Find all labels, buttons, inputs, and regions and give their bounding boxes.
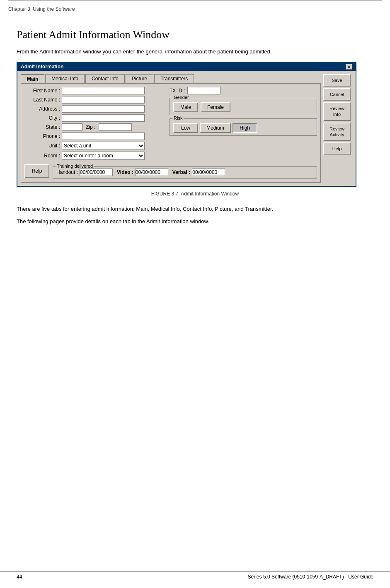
last-name-row: Last Name : <box>24 96 165 104</box>
room-label: Room : <box>24 153 62 159</box>
form-left: First Name : Last Name : Address : <box>24 87 165 161</box>
tab-medical-info[interactable]: Medical Info <box>45 74 85 83</box>
verbal-label: Verbal : <box>172 169 190 175</box>
bottom-row: Help Training delivered Handout : Vi <box>24 164 317 179</box>
form-grid: First Name : Last Name : Address : <box>24 87 317 161</box>
tab-content-main: First Name : Last Name : Address : <box>21 83 321 183</box>
state-label: State : <box>24 124 62 130</box>
room-select[interactable]: Select or enter a room <box>62 152 145 160</box>
state-zip-group: Zip : <box>62 123 132 131</box>
address-input[interactable] <box>62 105 145 113</box>
video-field: Video : <box>117 169 168 176</box>
address-label: Address : <box>24 106 62 112</box>
city-label: City : <box>24 115 62 121</box>
gender-male-button[interactable]: Male <box>173 102 198 112</box>
tab-transmitters[interactable]: Transmitters <box>154 74 194 83</box>
form-right: TX ID : Gender Male Female <box>170 87 317 161</box>
training-area: Training delivered Handout : Video : <box>53 164 317 179</box>
save-button[interactable]: Save <box>323 74 351 87</box>
phone-row: Phone : <box>24 133 165 140</box>
last-name-label: Last Name : <box>24 97 62 103</box>
help-side-button[interactable]: Help <box>323 142 351 155</box>
verbal-input[interactable] <box>192 169 225 176</box>
tx-id-input[interactable] <box>187 87 220 94</box>
dialog-title: Admit Information <box>21 64 63 70</box>
room-row: Room : Select or enter a room <box>24 152 165 160</box>
intro-text: From the Admit Information window you ca… <box>17 48 373 56</box>
admit-information-dialog: Admit Information × Main Medical Info Co… <box>17 62 356 187</box>
handout-label: Handout : <box>56 169 78 175</box>
right-buttons-panel: Save Cancel Review Info Review Activity … <box>323 74 352 183</box>
risk-high-button[interactable]: High <box>233 123 257 133</box>
dialog-body: Main Medical Info Contact Info Picture T… <box>17 71 356 186</box>
dialog-titlebar: Admit Information × <box>17 63 356 71</box>
dialog-close-button[interactable]: × <box>346 64 352 70</box>
review-info-button[interactable]: Review Info <box>323 102 351 121</box>
gender-buttons: Male Female <box>173 100 313 112</box>
unit-row: Unit : Select a unit <box>24 142 165 150</box>
training-section: Training delivered Handout : Video : <box>53 166 317 179</box>
tx-id-row: TX ID : <box>170 87 317 94</box>
training-legend: Training delivered <box>56 164 94 169</box>
phone-input[interactable] <box>62 133 145 140</box>
gender-group: Gender Male Female <box>170 98 317 115</box>
zip-label: Zip : <box>86 124 95 130</box>
tab-main[interactable]: Main <box>21 74 44 83</box>
footer-page-number: 44 <box>17 574 22 580</box>
first-name-row: First Name : <box>24 87 165 94</box>
zip-input[interactable] <box>99 123 132 131</box>
last-name-input[interactable] <box>62 96 145 104</box>
gender-legend: Gender <box>172 95 190 100</box>
handout-field: Handout : <box>56 169 113 176</box>
video-label: Video : <box>117 169 133 175</box>
review-activity-button[interactable]: Review Activity <box>323 123 351 141</box>
risk-group: Risk Low Medium High <box>170 118 317 136</box>
tx-id-label: TX ID : <box>170 88 185 94</box>
risk-low-button[interactable]: Low <box>173 123 198 133</box>
help-main-button[interactable]: Help <box>24 164 49 178</box>
state-zip-row: State : Zip : <box>24 123 165 131</box>
unit-select[interactable]: Select a unit <box>62 142 145 150</box>
tab-row: Main Medical Info Contact Info Picture T… <box>21 74 321 83</box>
first-name-label: First Name : <box>24 88 62 94</box>
verbal-field: Verbal : <box>172 169 225 176</box>
body-text-1: There are five tabs for entering admit i… <box>17 205 373 214</box>
risk-buttons: Low Medium High <box>173 120 313 133</box>
footer-series-info: Series 5.0 Software (0510-1059-A_DRAFT) … <box>248 574 373 580</box>
cancel-button[interactable]: Cancel <box>323 88 351 101</box>
video-input[interactable] <box>135 169 168 176</box>
gender-female-button[interactable]: Female <box>201 102 230 112</box>
tab-picture[interactable]: Picture <box>126 74 153 83</box>
page-title: Patient Admit Information Window <box>17 29 373 41</box>
body-text-2: The following pages provide details on e… <box>17 217 373 226</box>
first-name-input[interactable] <box>62 87 145 94</box>
city-input[interactable] <box>62 114 145 122</box>
phone-label: Phone : <box>24 133 62 139</box>
risk-legend: Risk <box>172 116 184 120</box>
city-row: City : <box>24 114 165 122</box>
page-footer: 44 Series 5.0 Software (0510-1059-A_DRAF… <box>0 571 390 580</box>
handout-input[interactable] <box>80 169 113 176</box>
risk-medium-button[interactable]: Medium <box>200 123 231 133</box>
address-row: Address : <box>24 105 165 113</box>
state-input[interactable] <box>62 123 82 131</box>
top-rule <box>8 0 382 3</box>
chapter-header: Chapter 3: Using the Software <box>0 3 390 12</box>
unit-label: Unit : <box>24 143 62 149</box>
tab-contact-info[interactable]: Contact Info <box>85 74 125 83</box>
tabs-area: Main Medical Info Contact Info Picture T… <box>21 74 321 183</box>
figure-caption: FIGURE 3.7: Admit Information Window <box>17 191 373 197</box>
